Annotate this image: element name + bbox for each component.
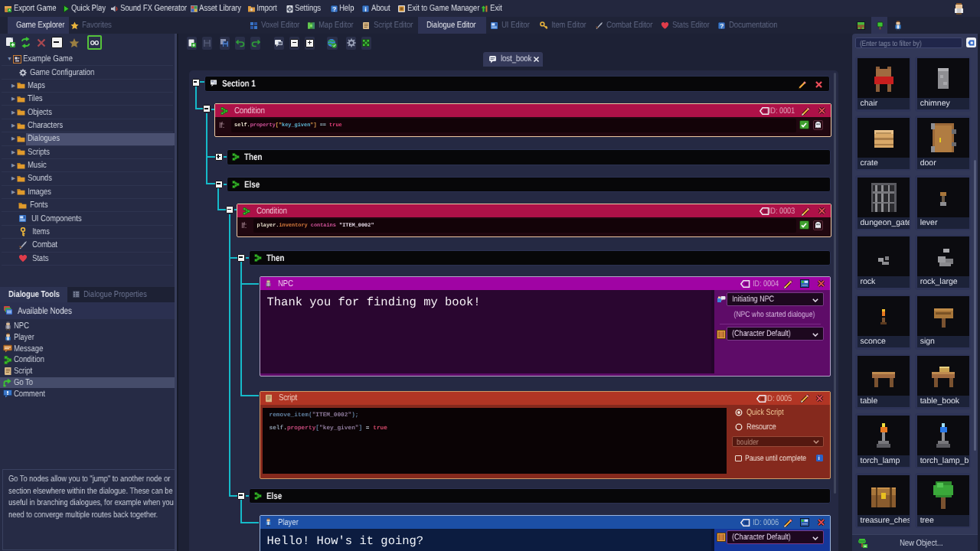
svg-text:?: ? <box>332 5 335 12</box>
svg-text:?: ? <box>719 21 723 29</box>
svg-text:i: i <box>364 5 366 12</box>
